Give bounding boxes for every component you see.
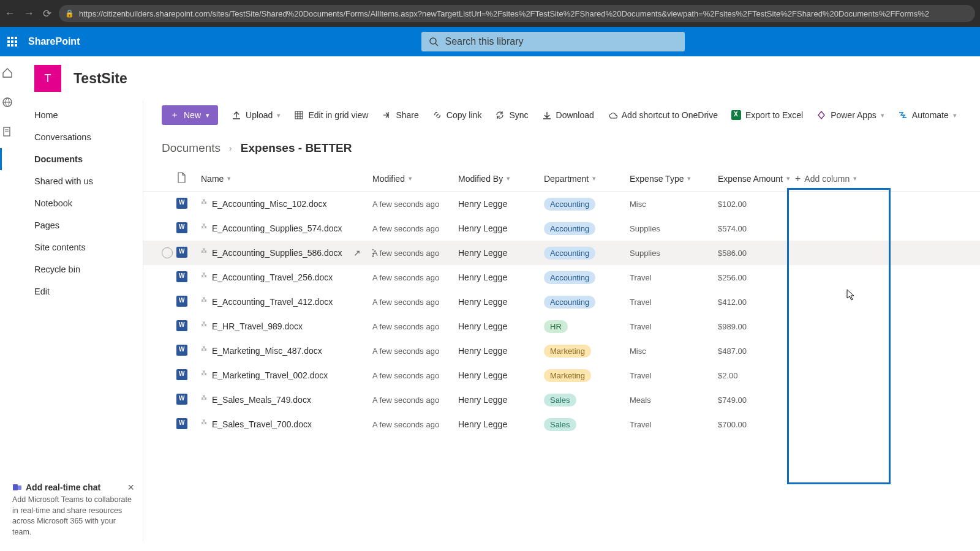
sidebar-item-recycle-bin[interactable]: Recycle bin bbox=[0, 258, 143, 280]
cell-expense-type: Travel bbox=[630, 420, 703, 429]
new-indicator-icon: ⁂ bbox=[201, 296, 207, 303]
table-row[interactable]: ⁂E_Sales_Travel_700.docxA few seconds ag… bbox=[143, 412, 980, 437]
new-button[interactable]: ＋ New ▾ bbox=[162, 105, 218, 125]
copy-link-button[interactable]: Copy link bbox=[432, 110, 482, 120]
column-expense-amount[interactable]: Expense Amount▾ bbox=[703, 174, 795, 184]
svg-point-0 bbox=[430, 38, 436, 44]
automate-button[interactable]: Automate▾ bbox=[898, 110, 957, 120]
cell-modified-by[interactable]: Henry Legge bbox=[458, 248, 544, 258]
column-department[interactable]: Department▾ bbox=[544, 174, 630, 184]
chevron-down-icon: ▾ bbox=[409, 174, 412, 182]
table-row[interactable]: ⁂E_Accounting_Supplies_574.docxA few sec… bbox=[143, 216, 980, 241]
cell-modified-by[interactable]: Henry Legge bbox=[458, 199, 544, 209]
site-title[interactable]: TestSite bbox=[74, 70, 127, 87]
file-name[interactable]: E_Marketing_Misc_487.docx bbox=[212, 346, 322, 356]
automate-icon bbox=[898, 110, 908, 120]
file-type-icon[interactable] bbox=[176, 172, 186, 183]
forward-icon[interactable]: → bbox=[24, 7, 34, 20]
sidebar-item-shared-with-us[interactable]: Shared with us bbox=[0, 170, 143, 192]
table-row[interactable]: ⁂E_Sales_Meals_749.docxA few seconds ago… bbox=[143, 388, 980, 412]
download-button[interactable]: Download bbox=[542, 110, 594, 120]
new-indicator-icon: ⁂ bbox=[201, 419, 207, 425]
file-name[interactable]: E_Marketing_Travel_002.docx bbox=[212, 370, 328, 380]
file-name[interactable]: E_Sales_Meals_749.docx bbox=[212, 395, 311, 405]
cell-modified-by[interactable]: Henry Legge bbox=[458, 346, 544, 356]
url-bar[interactable]: 🔒 https://citizenbuilders.sharepoint.com… bbox=[59, 5, 975, 22]
svg-line-1 bbox=[435, 43, 438, 46]
column-modified[interactable]: Modified▾ bbox=[372, 174, 458, 184]
share-button[interactable]: Share bbox=[382, 110, 418, 120]
site-logo[interactable]: T bbox=[34, 65, 61, 92]
content-area: ＋ New ▾ Upload▾ Edit in grid view Share … bbox=[143, 100, 980, 541]
upload-button[interactable]: Upload▾ bbox=[232, 110, 281, 120]
home-icon[interactable] bbox=[2, 67, 13, 78]
file-name[interactable]: E_Accounting_Supplies_586.docx bbox=[212, 248, 342, 258]
site-header: T TestSite bbox=[0, 56, 980, 100]
table-row[interactable]: ⁂E_HR_Travel_989.docxA few seconds agoHe… bbox=[143, 314, 980, 339]
app-launcher-icon[interactable] bbox=[7, 37, 17, 47]
sidebar-item-conversations[interactable]: Conversations bbox=[0, 126, 143, 148]
cell-expense-amount: $102.00 bbox=[703, 200, 795, 209]
reload-icon[interactable]: ⟳ bbox=[43, 7, 51, 20]
column-name[interactable]: Name▾ bbox=[201, 174, 372, 184]
sidebar-item-home[interactable]: Home bbox=[0, 104, 143, 126]
sidebar-item-notebook[interactable]: Notebook bbox=[0, 192, 143, 214]
sync-button[interactable]: Sync bbox=[495, 110, 528, 120]
add-column-button[interactable]: +Add column▾ bbox=[795, 173, 869, 184]
file-name[interactable]: E_Accounting_Travel_256.docx bbox=[212, 272, 333, 282]
edit-grid-button[interactable]: Edit in grid view bbox=[294, 110, 368, 120]
cell-modified: A few seconds ago bbox=[372, 322, 458, 331]
table-row[interactable]: ⁂E_Marketing_Misc_487.docxA few seconds … bbox=[143, 339, 980, 363]
grid-icon bbox=[294, 110, 304, 120]
word-icon bbox=[176, 418, 187, 429]
promo-body: Add Microsoft Teams to collaborate in re… bbox=[12, 495, 134, 538]
sidebar-item-pages[interactable]: Pages bbox=[0, 214, 143, 236]
table-row[interactable]: ⁂E_Accounting_Supplies_586.docx↗⋮A few s… bbox=[143, 241, 980, 265]
cell-modified-by[interactable]: Henry Legge bbox=[458, 223, 544, 233]
word-icon bbox=[176, 394, 187, 405]
table-row[interactable]: ⁂E_Accounting_Travel_256.docxA few secon… bbox=[143, 265, 980, 290]
cell-modified-by[interactable]: Henry Legge bbox=[458, 297, 544, 307]
table-row[interactable]: ⁂E_Accounting_Misc_102.docxA few seconds… bbox=[143, 192, 980, 216]
back-icon[interactable]: ← bbox=[5, 7, 15, 20]
file-name[interactable]: E_Accounting_Travel_412.docx bbox=[212, 297, 333, 307]
cell-modified-by[interactable]: Henry Legge bbox=[458, 395, 544, 405]
share-icon[interactable]: ↗ bbox=[353, 248, 361, 258]
cell-modified: A few seconds ago bbox=[372, 298, 458, 307]
column-expense-type[interactable]: Expense Type▾ bbox=[630, 174, 703, 184]
chevron-down-icon: ▾ bbox=[592, 174, 596, 182]
cell-modified-by[interactable]: Henry Legge bbox=[458, 272, 544, 282]
breadcrumb-root[interactable]: Documents bbox=[162, 141, 221, 155]
file-name[interactable]: E_Accounting_Misc_102.docx bbox=[212, 199, 327, 209]
word-icon bbox=[176, 369, 187, 380]
svg-rect-7 bbox=[18, 485, 21, 490]
cell-expense-type: Misc bbox=[630, 200, 703, 209]
sidebar-item-documents[interactable]: Documents bbox=[0, 148, 143, 170]
svg-rect-8 bbox=[295, 111, 303, 119]
file-name[interactable]: E_Accounting_Supplies_574.docx bbox=[212, 223, 342, 233]
sidebar-item-site-contents[interactable]: Site contents bbox=[0, 236, 143, 258]
row-select[interactable] bbox=[162, 247, 173, 258]
table-row[interactable]: ⁂E_Marketing_Travel_002.docxA few second… bbox=[143, 363, 980, 388]
new-indicator-icon: ⁂ bbox=[201, 394, 207, 401]
new-indicator-icon: ⁂ bbox=[201, 247, 207, 254]
add-shortcut-button[interactable]: Add shortcut to OneDrive bbox=[608, 110, 718, 120]
department-pill: Accounting bbox=[544, 296, 595, 309]
close-icon[interactable]: × bbox=[127, 481, 134, 494]
cell-expense-type: Travel bbox=[630, 371, 703, 380]
cell-modified-by[interactable]: Henry Legge bbox=[458, 419, 544, 429]
search-input[interactable]: Search this library bbox=[421, 32, 685, 51]
cell-modified: A few seconds ago bbox=[372, 273, 458, 282]
cell-modified-by[interactable]: Henry Legge bbox=[458, 370, 544, 380]
cell-modified-by[interactable]: Henry Legge bbox=[458, 321, 544, 331]
file-name[interactable]: E_Sales_Travel_700.docx bbox=[212, 419, 312, 429]
brand-label[interactable]: SharePoint bbox=[28, 36, 80, 47]
column-modified-by[interactable]: Modified By▾ bbox=[458, 174, 544, 184]
word-icon bbox=[176, 222, 187, 233]
sidebar-item-edit[interactable]: Edit bbox=[0, 280, 143, 302]
file-name[interactable]: E_HR_Travel_989.docx bbox=[212, 321, 303, 331]
cell-expense-amount: $256.00 bbox=[703, 273, 795, 282]
export-excel-button[interactable]: Export to Excel bbox=[731, 110, 803, 120]
onedrive-icon bbox=[608, 110, 617, 120]
power-apps-button[interactable]: Power Apps▾ bbox=[816, 110, 884, 120]
